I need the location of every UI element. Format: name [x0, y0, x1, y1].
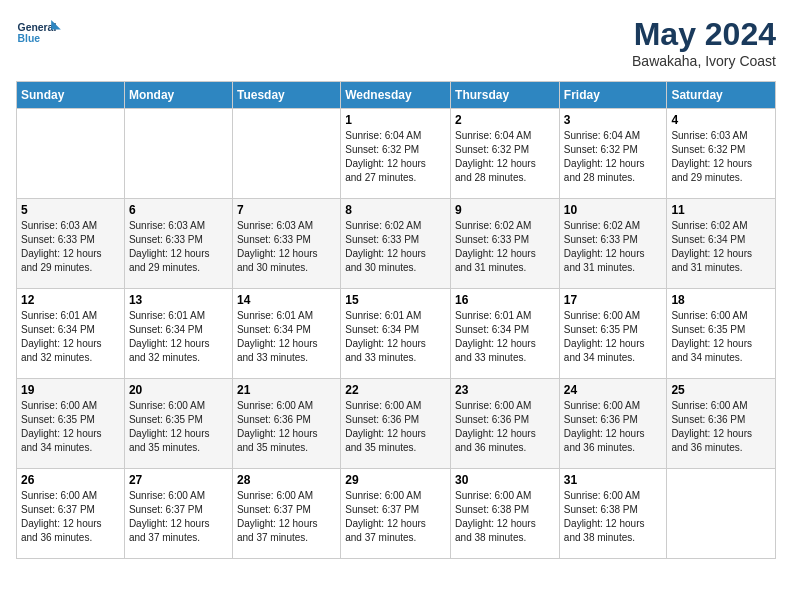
day-info: Sunrise: 6:03 AM Sunset: 6:33 PM Dayligh… [129, 219, 228, 275]
day-number: 28 [237, 473, 336, 487]
calendar-cell: 1Sunrise: 6:04 AM Sunset: 6:32 PM Daylig… [341, 109, 451, 199]
calendar-cell: 12Sunrise: 6:01 AM Sunset: 6:34 PM Dayli… [17, 289, 125, 379]
calendar-table: Sunday Monday Tuesday Wednesday Thursday… [16, 81, 776, 559]
day-number: 26 [21, 473, 120, 487]
day-info: Sunrise: 6:02 AM Sunset: 6:34 PM Dayligh… [671, 219, 771, 275]
calendar-cell: 4Sunrise: 6:03 AM Sunset: 6:32 PM Daylig… [667, 109, 776, 199]
col-friday: Friday [559, 82, 667, 109]
day-number: 29 [345, 473, 446, 487]
day-number: 27 [129, 473, 228, 487]
calendar-cell: 21Sunrise: 6:00 AM Sunset: 6:36 PM Dayli… [232, 379, 340, 469]
day-number: 14 [237, 293, 336, 307]
day-info: Sunrise: 6:00 AM Sunset: 6:36 PM Dayligh… [564, 399, 663, 455]
day-info: Sunrise: 6:00 AM Sunset: 6:38 PM Dayligh… [564, 489, 663, 545]
calendar-cell: 31Sunrise: 6:00 AM Sunset: 6:38 PM Dayli… [559, 469, 667, 559]
calendar-cell: 25Sunrise: 6:00 AM Sunset: 6:36 PM Dayli… [667, 379, 776, 469]
day-info: Sunrise: 6:02 AM Sunset: 6:33 PM Dayligh… [345, 219, 446, 275]
day-number: 25 [671, 383, 771, 397]
calendar-cell: 17Sunrise: 6:00 AM Sunset: 6:35 PM Dayli… [559, 289, 667, 379]
day-number: 19 [21, 383, 120, 397]
calendar-week-1: 1Sunrise: 6:04 AM Sunset: 6:32 PM Daylig… [17, 109, 776, 199]
day-info: Sunrise: 6:01 AM Sunset: 6:34 PM Dayligh… [345, 309, 446, 365]
calendar-week-5: 26Sunrise: 6:00 AM Sunset: 6:37 PM Dayli… [17, 469, 776, 559]
day-info: Sunrise: 6:00 AM Sunset: 6:37 PM Dayligh… [21, 489, 120, 545]
calendar-week-2: 5Sunrise: 6:03 AM Sunset: 6:33 PM Daylig… [17, 199, 776, 289]
calendar-cell: 3Sunrise: 6:04 AM Sunset: 6:32 PM Daylig… [559, 109, 667, 199]
calendar-cell: 18Sunrise: 6:00 AM Sunset: 6:35 PM Dayli… [667, 289, 776, 379]
calendar-cell: 14Sunrise: 6:01 AM Sunset: 6:34 PM Dayli… [232, 289, 340, 379]
day-number: 11 [671, 203, 771, 217]
calendar-cell: 16Sunrise: 6:01 AM Sunset: 6:34 PM Dayli… [451, 289, 560, 379]
calendar-cell: 15Sunrise: 6:01 AM Sunset: 6:34 PM Dayli… [341, 289, 451, 379]
svg-text:Blue: Blue [18, 33, 41, 44]
day-info: Sunrise: 6:01 AM Sunset: 6:34 PM Dayligh… [129, 309, 228, 365]
day-number: 9 [455, 203, 555, 217]
day-number: 2 [455, 113, 555, 127]
day-number: 18 [671, 293, 771, 307]
day-info: Sunrise: 6:00 AM Sunset: 6:35 PM Dayligh… [564, 309, 663, 365]
day-info: Sunrise: 6:03 AM Sunset: 6:33 PM Dayligh… [237, 219, 336, 275]
day-number: 5 [21, 203, 120, 217]
col-monday: Monday [124, 82, 232, 109]
day-info: Sunrise: 6:00 AM Sunset: 6:36 PM Dayligh… [345, 399, 446, 455]
calendar-cell [667, 469, 776, 559]
day-number: 3 [564, 113, 663, 127]
day-number: 6 [129, 203, 228, 217]
day-number: 4 [671, 113, 771, 127]
calendar-cell: 20Sunrise: 6:00 AM Sunset: 6:35 PM Dayli… [124, 379, 232, 469]
day-number: 30 [455, 473, 555, 487]
col-sunday: Sunday [17, 82, 125, 109]
calendar-cell: 23Sunrise: 6:00 AM Sunset: 6:36 PM Dayli… [451, 379, 560, 469]
day-info: Sunrise: 6:00 AM Sunset: 6:36 PM Dayligh… [237, 399, 336, 455]
calendar-cell: 29Sunrise: 6:00 AM Sunset: 6:37 PM Dayli… [341, 469, 451, 559]
day-info: Sunrise: 6:00 AM Sunset: 6:37 PM Dayligh… [237, 489, 336, 545]
page-header: General Blue May 2024 Bawakaha, Ivory Co… [16, 16, 776, 69]
day-info: Sunrise: 6:03 AM Sunset: 6:32 PM Dayligh… [671, 129, 771, 185]
calendar-header: Sunday Monday Tuesday Wednesday Thursday… [17, 82, 776, 109]
day-number: 23 [455, 383, 555, 397]
svg-text:General: General [18, 22, 57, 33]
day-info: Sunrise: 6:00 AM Sunset: 6:37 PM Dayligh… [345, 489, 446, 545]
day-number: 1 [345, 113, 446, 127]
calendar-cell: 8Sunrise: 6:02 AM Sunset: 6:33 PM Daylig… [341, 199, 451, 289]
day-number: 24 [564, 383, 663, 397]
day-info: Sunrise: 6:01 AM Sunset: 6:34 PM Dayligh… [455, 309, 555, 365]
month-title: May 2024 [632, 16, 776, 53]
logo-svg: General Blue [16, 16, 64, 56]
day-info: Sunrise: 6:01 AM Sunset: 6:34 PM Dayligh… [237, 309, 336, 365]
day-number: 15 [345, 293, 446, 307]
day-info: Sunrise: 6:02 AM Sunset: 6:33 PM Dayligh… [455, 219, 555, 275]
calendar-cell: 13Sunrise: 6:01 AM Sunset: 6:34 PM Dayli… [124, 289, 232, 379]
day-number: 20 [129, 383, 228, 397]
day-info: Sunrise: 6:00 AM Sunset: 6:36 PM Dayligh… [671, 399, 771, 455]
logo: General Blue [16, 16, 64, 56]
day-info: Sunrise: 6:02 AM Sunset: 6:33 PM Dayligh… [564, 219, 663, 275]
calendar-cell: 11Sunrise: 6:02 AM Sunset: 6:34 PM Dayli… [667, 199, 776, 289]
col-saturday: Saturday [667, 82, 776, 109]
location: Bawakaha, Ivory Coast [632, 53, 776, 69]
day-info: Sunrise: 6:04 AM Sunset: 6:32 PM Dayligh… [455, 129, 555, 185]
day-number: 10 [564, 203, 663, 217]
day-info: Sunrise: 6:00 AM Sunset: 6:36 PM Dayligh… [455, 399, 555, 455]
day-info: Sunrise: 6:00 AM Sunset: 6:38 PM Dayligh… [455, 489, 555, 545]
day-info: Sunrise: 6:00 AM Sunset: 6:35 PM Dayligh… [671, 309, 771, 365]
day-number: 17 [564, 293, 663, 307]
calendar-body: 1Sunrise: 6:04 AM Sunset: 6:32 PM Daylig… [17, 109, 776, 559]
calendar-cell: 7Sunrise: 6:03 AM Sunset: 6:33 PM Daylig… [232, 199, 340, 289]
calendar-cell: 2Sunrise: 6:04 AM Sunset: 6:32 PM Daylig… [451, 109, 560, 199]
title-block: May 2024 Bawakaha, Ivory Coast [632, 16, 776, 69]
calendar-week-4: 19Sunrise: 6:00 AM Sunset: 6:35 PM Dayli… [17, 379, 776, 469]
day-info: Sunrise: 6:00 AM Sunset: 6:35 PM Dayligh… [129, 399, 228, 455]
calendar-cell: 9Sunrise: 6:02 AM Sunset: 6:33 PM Daylig… [451, 199, 560, 289]
day-number: 16 [455, 293, 555, 307]
calendar-week-3: 12Sunrise: 6:01 AM Sunset: 6:34 PM Dayli… [17, 289, 776, 379]
calendar-cell: 26Sunrise: 6:00 AM Sunset: 6:37 PM Dayli… [17, 469, 125, 559]
calendar-cell: 6Sunrise: 6:03 AM Sunset: 6:33 PM Daylig… [124, 199, 232, 289]
day-info: Sunrise: 6:03 AM Sunset: 6:33 PM Dayligh… [21, 219, 120, 275]
col-wednesday: Wednesday [341, 82, 451, 109]
day-info: Sunrise: 6:00 AM Sunset: 6:37 PM Dayligh… [129, 489, 228, 545]
header-row: Sunday Monday Tuesday Wednesday Thursday… [17, 82, 776, 109]
calendar-cell: 30Sunrise: 6:00 AM Sunset: 6:38 PM Dayli… [451, 469, 560, 559]
calendar-cell [124, 109, 232, 199]
calendar-cell [17, 109, 125, 199]
